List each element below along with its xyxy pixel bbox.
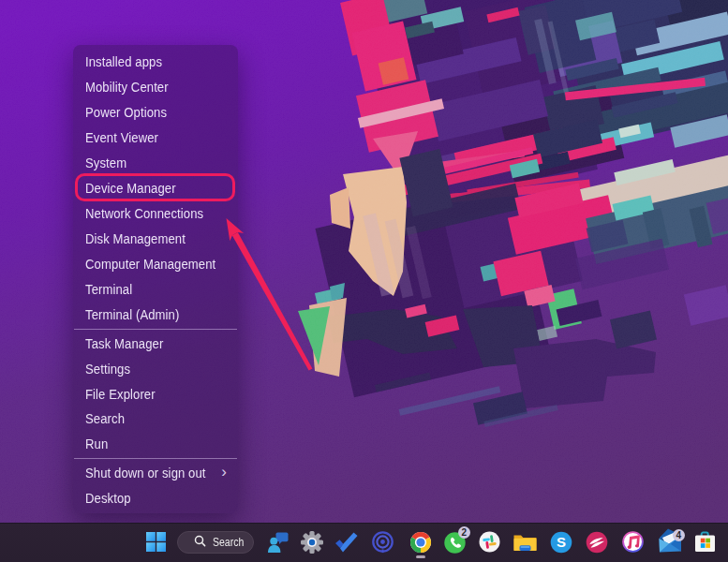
svg-text:S: S (556, 534, 565, 550)
